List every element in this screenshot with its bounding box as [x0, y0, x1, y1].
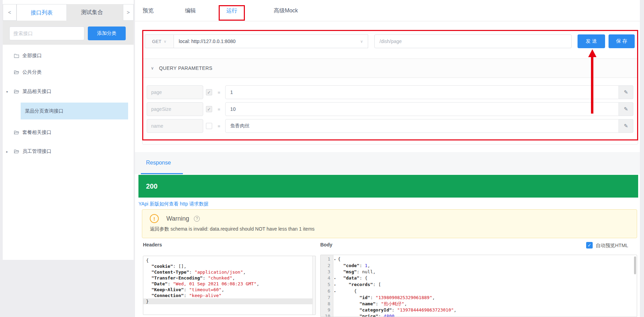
param-value-input[interactable]: [225, 85, 619, 99]
code-line: 9 "categoryId": "1397844469863723010",: [321, 307, 637, 313]
param-checkbox[interactable]: ✓: [206, 106, 212, 112]
tab-preview[interactable]: 预览: [143, 0, 154, 21]
folder-open-icon: [14, 149, 22, 154]
add-category-button[interactable]: 添加分类: [88, 27, 126, 40]
request-url-group: GET ∨ local: http://127.0.0.1:8080 ∨: [145, 34, 368, 48]
caret-down-icon[interactable]: ▾: [6, 90, 14, 94]
param-checkbox[interactable]: ✓: [206, 123, 212, 129]
auto-preview-checkbox[interactable]: ✓: [586, 242, 593, 249]
chevron-down-icon: ∨: [360, 39, 363, 44]
send-button[interactable]: 发 送: [578, 34, 605, 48]
body-label: Body: [320, 242, 332, 247]
code-line: 6▾ {: [321, 288, 637, 295]
headers-label: Headers: [143, 242, 162, 247]
param-checkbox[interactable]: ✓: [206, 89, 212, 95]
sidebar-collapse-button[interactable]: <: [3, 4, 17, 21]
sidebar: < 接口列表 测试集合 > 添加分类 全部接口 公共分类: [3, 0, 134, 260]
code-line: 1▾{: [321, 256, 637, 263]
tree-item-label: 全部接口: [22, 53, 42, 59]
query-parameters-body: page ✓ = ✎ pageSize ✓ = ✎ name ✓ =: [143, 78, 638, 133]
sidebar-tab-bar: < 接口列表 测试集合 >: [3, 4, 134, 21]
search-input[interactable]: [9, 27, 84, 40]
sidebar-tabs-scroll-right-button[interactable]: >: [123, 4, 134, 21]
param-key-field: pageSize: [147, 102, 203, 116]
pencil-icon: ✎: [624, 123, 628, 129]
code-text: {: [338, 288, 357, 295]
tab-advanced-mock[interactable]: 高级Mock: [274, 0, 298, 21]
tree-item-label: 套餐相关接口: [22, 129, 51, 136]
tree-item-all-interfaces[interactable]: 全部接口: [3, 50, 134, 61]
param-key-field: page: [147, 85, 203, 99]
path-input[interactable]: /dish/page: [374, 34, 572, 48]
code-line: "Transfer-Encoding": "chunked",: [143, 275, 315, 281]
tree-item-label: 公共分类: [22, 69, 42, 75]
code-line: "Content-Type": "application/json",: [143, 269, 315, 275]
code-text: "name": "煎小蚝仔",: [338, 301, 407, 307]
tree-item-dish-page-query[interactable]: 菜品分页查询接口: [21, 103, 128, 119]
param-value-input[interactable]: [225, 119, 619, 133]
code-text: "price": 4800,: [338, 313, 397, 317]
edit-param-button[interactable]: ✎: [619, 102, 633, 116]
fold-caret-slot: [332, 313, 338, 317]
tree-item-employee-interfaces[interactable]: ▸ 员工管理接口: [3, 146, 134, 157]
fold-caret-icon[interactable]: ▾: [332, 275, 338, 282]
warning-message: 返回参数 schema is invalid: data.required sh…: [150, 226, 637, 232]
code-text: "categoryId": "1397844469863723010",: [338, 307, 456, 313]
sidebar-tab-test-collection[interactable]: 测试集合: [67, 4, 117, 21]
query-parameters-title: QUERY PARAMETERS: [159, 65, 212, 71]
code-line: 4▾ "data": {: [321, 275, 637, 282]
code-text: "data": {: [338, 275, 367, 282]
chevron-down-icon: ∨: [151, 66, 154, 71]
chevron-left-icon: <: [8, 9, 11, 15]
fold-caret-slot: [332, 263, 338, 269]
equals-sign: =: [218, 107, 220, 112]
folder-open-icon: [14, 130, 22, 135]
tree-item-dish-interfaces[interactable]: ▾ 菜品相关接口: [3, 86, 134, 97]
caret-right-icon[interactable]: ▸: [6, 150, 14, 154]
query-parameters-panel: ∨ QUERY PARAMETERS page ✓ = ✎ pageSize ✓…: [142, 59, 638, 145]
fold-caret-icon[interactable]: ▾: [332, 256, 338, 263]
tree-item-setmeal-interfaces[interactable]: 套餐相关接口: [3, 127, 134, 138]
help-circle-icon[interactable]: ?: [194, 216, 200, 222]
fold-caret-slot: [332, 307, 338, 313]
line-number: 1: [321, 256, 332, 263]
environment-select[interactable]: local: http://127.0.0.1:8080 ∨: [174, 34, 368, 48]
fold-caret-slot: [332, 269, 338, 275]
chevron-down-icon: ∨: [164, 39, 166, 44]
yapi-help-link[interactable]: YApi 新版如何查看 http 请求数据: [138, 201, 209, 207]
fold-caret-icon[interactable]: ▾: [332, 288, 338, 295]
line-number: 2: [321, 263, 332, 269]
edit-param-button[interactable]: ✎: [619, 85, 633, 99]
line-number: 3: [321, 269, 332, 275]
param-row: pageSize ✓ = ✎: [147, 102, 633, 116]
auto-preview-label: 自动预览HTML: [596, 243, 628, 249]
tab-edit[interactable]: 编辑: [185, 0, 196, 21]
method-select[interactable]: GET ∨: [145, 34, 174, 48]
tab-run[interactable]: 运行: [226, 0, 237, 21]
code-line: "Connection": "keep-alive": [143, 293, 315, 298]
param-value-input[interactable]: [225, 102, 619, 116]
chevron-right-icon: >: [127, 9, 130, 15]
query-parameters-header[interactable]: ∨ QUERY PARAMETERS: [143, 59, 638, 78]
fold-caret-slot: [332, 301, 338, 307]
line-number: 8: [321, 301, 332, 307]
code-line: 3 "msg": null,: [321, 269, 637, 275]
headers-code-block[interactable]: { "cookie": [], "Content-Type": "applica…: [143, 256, 316, 315]
save-button[interactable]: 保 存: [609, 34, 635, 48]
edit-param-button[interactable]: ✎: [619, 119, 633, 133]
tab-response[interactable]: Response: [146, 152, 171, 174]
fold-caret-icon[interactable]: ▾: [332, 282, 338, 288]
code-text: {: [338, 256, 341, 263]
code-line: "Date": "Wed, 01 Sep 2021 06:08:23 GMT",: [143, 281, 315, 287]
sidebar-tab-interface-list[interactable]: 接口列表: [17, 4, 67, 21]
fold-caret-slot: [332, 295, 338, 301]
response-tab-bar: Response: [135, 152, 640, 174]
body-code-block[interactable]: 1▾{2 "code": 1,3 "msg": null,4▾ "data": …: [320, 255, 637, 317]
tree-item-label: 菜品相关接口: [22, 88, 51, 95]
code-line: "cookie": [],: [143, 263, 315, 269]
scrollbar-track[interactable]: [312, 256, 315, 315]
code-line: 8 "name": "煎小蚝仔",: [321, 301, 637, 307]
tree-item-common-category[interactable]: 公共分类: [3, 67, 134, 78]
line-number: 4: [321, 275, 332, 282]
folder-open-icon: [14, 89, 22, 94]
